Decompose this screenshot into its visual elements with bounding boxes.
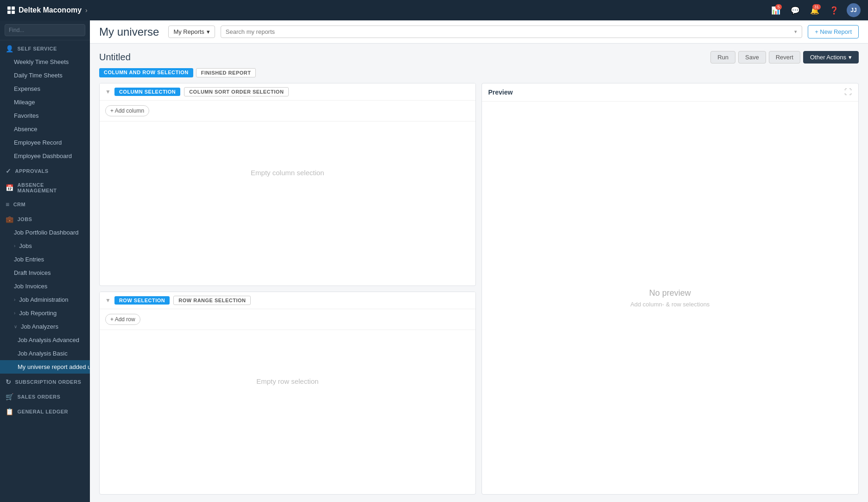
sidebar-item-expenses[interactable]: Expenses (0, 82, 90, 95)
dropdown-chevron-icon: ▾ (207, 28, 210, 35)
chat-button[interactable]: 💬 (788, 3, 802, 17)
main-content: My universe My Reports ▾ ▾ + New Report … (90, 20, 868, 502)
revert-button[interactable]: Revert (769, 51, 800, 64)
sidebar-item-job-analyzers[interactable]: ∨ Job Analyzers (0, 320, 90, 333)
empty-column-label: Empty column selection (251, 169, 324, 177)
section-header-general-ledger[interactable]: 📋 GENERAL LEDGER (0, 403, 90, 418)
report-header: Untitled Run Save Revert Other Actions ▾ (99, 51, 859, 64)
section-label-jobs: JOBS (18, 216, 32, 222)
add-row-area: + Add row (100, 309, 475, 330)
my-reports-dropdown[interactable]: My Reports ▾ (168, 25, 215, 38)
calendar-icon: 📅 (6, 184, 14, 191)
check-icon: ✓ (6, 167, 12, 175)
employee-dashboard-label: Employee Dashboard (14, 153, 72, 159)
app-logo[interactable]: Deltek Maconomy (7, 6, 82, 14)
search-chevron-icon: ▾ (794, 29, 797, 35)
sidebar-item-job-analysis-basic[interactable]: Job Analysis Basic (0, 347, 90, 360)
section-label-absence-management: ABSENCE MANAGEMENT (18, 182, 85, 193)
tab-column-row-selection[interactable]: COLUMN AND ROW SELECTION (99, 68, 193, 77)
section-header-absence-management[interactable]: 📅 ABSENCE MANAGEMENT (0, 178, 90, 196)
sidebar-item-favorites[interactable]: Favorites (0, 109, 90, 122)
section-header-crm[interactable]: ≡ CRM (0, 196, 90, 211)
section-sales-orders: 🛒 SALES ORDERS (0, 388, 90, 403)
user-avatar[interactable]: JJ (847, 3, 861, 17)
absence-label: Absence (14, 126, 38, 133)
main-toolbar: My universe My Reports ▾ ▾ + New Report (90, 20, 868, 44)
report-title: Untitled (99, 52, 131, 63)
report-tabs-row: COLUMN AND ROW SELECTION FINISHED REPORT (99, 68, 859, 77)
other-actions-button[interactable]: Other Actions ▾ (803, 51, 859, 64)
sidebar-item-weekly-time-sheets[interactable]: Weekly Time Sheets (0, 55, 90, 69)
person-icon: 👤 (6, 45, 14, 52)
column-panel-collapse-icon[interactable]: ▼ (105, 89, 111, 95)
row-panel-collapse-icon[interactable]: ▼ (105, 297, 111, 304)
tab-row-selection[interactable]: ROW SELECTION (114, 296, 170, 305)
grid-icon (7, 6, 15, 14)
job-analysis-basic-label: Job Analysis Basic (18, 350, 68, 357)
alerts-button[interactable]: 🔔 31 (808, 3, 822, 17)
sidebar-item-daily-time-sheets[interactable]: Daily Time Sheets (0, 69, 90, 82)
sidebar-item-job-analysis-advanced[interactable]: Job Analysis Advanced (0, 333, 90, 347)
sidebar-item-job-portfolio-dashboard[interactable]: Job Portfolio Dashboard (0, 226, 90, 239)
other-actions-label: Other Actions (810, 54, 846, 61)
preview-body: No preview Add column- & row selections (482, 102, 859, 494)
section-absence-management: 📅 ABSENCE MANAGEMENT (0, 178, 90, 196)
row-panel-body: Empty row selection (100, 330, 475, 432)
section-header-subscription-orders[interactable]: ↻ SUBSCRIPTION ORDERS (0, 374, 90, 388)
section-label-subscription-orders: SUBSCRIPTION ORDERS (15, 379, 82, 385)
sidebar-item-job-invoices[interactable]: Job Invoices (0, 280, 90, 293)
preview-panel: Preview ⛶ No preview Add column- & row s… (482, 83, 859, 495)
notifications-button[interactable]: 📊 5 (769, 3, 783, 17)
notification-badge: 5 (775, 4, 782, 10)
tab-column-sort-order[interactable]: COLUMN SORT ORDER SELECTION (184, 87, 289, 96)
my-reports-label: My Reports (173, 28, 204, 35)
column-panel-body: Empty column selection (100, 121, 475, 223)
add-column-button[interactable]: + Add column (105, 105, 149, 116)
help-button[interactable]: ❓ (827, 3, 841, 17)
section-header-jobs[interactable]: 💼 JOBS (0, 211, 90, 226)
sidebar-item-absence[interactable]: Absence (0, 122, 90, 136)
chevron-right-icon3: › (14, 311, 15, 316)
column-panel-header: ▼ COLUMN SELECTION COLUMN SORT ORDER SEL… (100, 83, 475, 101)
sidebar-item-employee-record[interactable]: Employee Record (0, 136, 90, 149)
section-label-crm: CRM (13, 202, 26, 207)
search-reports-input[interactable] (226, 28, 794, 35)
section-label-sales-orders: SALES ORDERS (18, 394, 61, 400)
jobs-label: Jobs (19, 242, 32, 249)
sidebar-item-job-entries[interactable]: Job Entries (0, 253, 90, 266)
job-analysis-advanced-label: Job Analysis Advanced (18, 337, 79, 343)
sidebar-item-my-universe-report[interactable]: My universe report added using the exten… (0, 360, 90, 374)
row-selection-panel: ▼ ROW SELECTION ROW RANGE SELECTION + Ad… (99, 292, 476, 495)
add-row-label: + Add row (110, 316, 135, 323)
app-name: Deltek Maconomy (19, 6, 82, 14)
save-button[interactable]: Save (738, 51, 766, 64)
preview-title: Preview (488, 89, 513, 96)
section-header-self-service[interactable]: 👤 SELF SERVICE (0, 40, 90, 55)
alerts-badge: 31 (812, 4, 821, 10)
tab-column-selection[interactable]: COLUMN SELECTION (114, 88, 180, 96)
new-report-button[interactable]: + New Report (808, 25, 859, 38)
top-nav: Deltek Maconomy › 📊 5 💬 🔔 31 ❓ JJ (0, 0, 868, 20)
run-button[interactable]: Run (710, 51, 735, 64)
section-header-approvals[interactable]: ✓ APPROVALS (0, 163, 90, 178)
sidebar-search-input[interactable] (5, 24, 85, 36)
section-self-service: 👤 SELF SERVICE Weekly Time Sheets Daily … (0, 40, 90, 163)
sidebar-item-job-administration[interactable]: › Job Administration (0, 293, 90, 306)
sidebar-item-job-reporting[interactable]: › Job Reporting (0, 306, 90, 320)
tab-row-range-selection[interactable]: ROW RANGE SELECTION (173, 296, 251, 305)
chevron-right-icon2: › (14, 297, 15, 302)
panels-row: ▼ COLUMN SELECTION COLUMN SORT ORDER SEL… (99, 83, 859, 495)
section-label-self-service: SELF SERVICE (18, 46, 57, 51)
page-title: My universe (99, 25, 159, 38)
sidebar-item-jobs[interactable]: › Jobs (0, 239, 90, 253)
app-body: 👤 SELF SERVICE Weekly Time Sheets Daily … (0, 20, 868, 502)
section-header-sales-orders[interactable]: 🛒 SALES ORDERS (0, 388, 90, 403)
add-column-label: + Add column (110, 108, 144, 114)
sidebar-item-employee-dashboard[interactable]: Employee Dashboard (0, 149, 90, 163)
sidebar-item-draft-invoices[interactable]: Draft Invoices (0, 266, 90, 280)
preview-expand-icon[interactable]: ⛶ (844, 88, 852, 96)
section-crm: ≡ CRM (0, 196, 90, 211)
tab-finished-report[interactable]: FINISHED REPORT (196, 68, 256, 77)
sidebar-item-mileage[interactable]: Mileage (0, 95, 90, 109)
add-row-button[interactable]: + Add row (105, 314, 140, 325)
